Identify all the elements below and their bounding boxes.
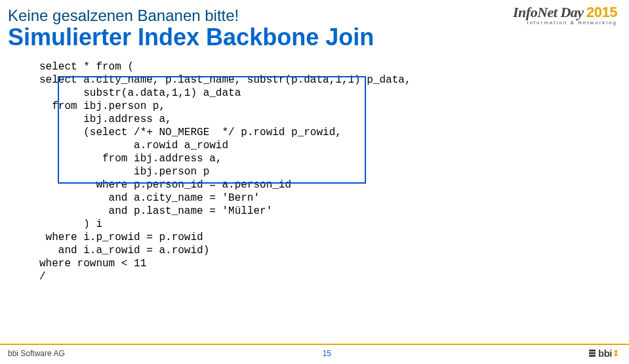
- footer-logo-squares-icon: [615, 350, 617, 356]
- logo-tagline: Information & Networking: [513, 20, 617, 26]
- event-logo: InfoNet Day 2015 Information & Networkin…: [513, 4, 617, 26]
- slide-footer: bbi Software AG 15 bbi: [0, 344, 629, 359]
- footer-logo: bbi: [589, 348, 617, 359]
- logo-year: 2015: [586, 4, 617, 20]
- logo-name: InfoNet Day: [513, 4, 584, 20]
- footer-page-number: 15: [323, 349, 331, 358]
- footer-company: bbi Software AG: [8, 349, 65, 358]
- slide-subtitle: Simulierter Index Backbone Join: [0, 24, 629, 51]
- sql-code: select * from ( select a.city_name, p.la…: [0, 51, 629, 283]
- footer-logo-bars-icon: [589, 350, 596, 357]
- footer-logo-text: bbi: [598, 348, 612, 359]
